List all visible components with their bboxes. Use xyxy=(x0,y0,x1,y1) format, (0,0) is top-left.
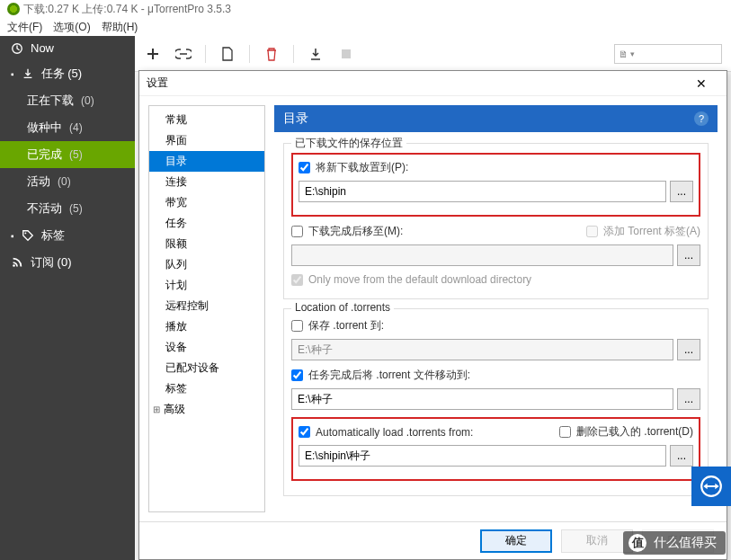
app-logo-icon xyxy=(7,3,20,15)
chk-label: 删除已载入的 .torrent(D) xyxy=(576,424,693,440)
browse-button[interactable]: ... xyxy=(670,445,693,467)
svg-point-1 xyxy=(24,233,26,235)
cat-labels[interactable]: 标签 xyxy=(149,378,264,399)
download-icon xyxy=(22,67,34,80)
sidebar-item-label: 做种中 xyxy=(27,120,62,136)
close-button[interactable]: ✕ xyxy=(683,76,719,91)
sidebar-item-label: 标签 xyxy=(41,227,65,244)
sidebar-item-label: 任务 (5) xyxy=(41,66,83,82)
svg-point-2 xyxy=(13,264,15,267)
toolbar-separator xyxy=(249,45,250,63)
add-url-button[interactable] xyxy=(174,45,192,63)
browse-button[interactable]: ... xyxy=(677,388,700,410)
document-icon: 🗎 xyxy=(619,49,628,59)
cat-devices[interactable]: 设备 xyxy=(149,337,264,358)
toolbar: 🗎▾ xyxy=(135,36,731,72)
ok-button[interactable]: 确定 xyxy=(480,529,552,553)
panel-header: 目录 ? xyxy=(274,105,718,132)
cat-queue[interactable]: 队列 xyxy=(149,254,264,275)
sidebar-tasks[interactable]: ▪ 任务 (5) xyxy=(0,60,135,87)
chk-append-label[interactable] xyxy=(586,226,598,237)
search-box[interactable]: 🗎▾ xyxy=(614,44,722,64)
sidebar-labels[interactable]: ▪ 标签 xyxy=(0,222,135,249)
rss-icon xyxy=(11,256,23,269)
svg-rect-3 xyxy=(342,49,351,58)
menu-help[interactable]: 帮助(H) xyxy=(102,20,138,35)
cat-paired[interactable]: 已配对设备 xyxy=(149,358,264,378)
chk-label: Only move from the default download dire… xyxy=(308,273,531,286)
chk-only-move-default xyxy=(291,274,303,286)
chk-label: 将新下载放置到(P): xyxy=(316,160,408,175)
settings-category-list[interactable]: 常规 界面 目录 连接 带宽 任务 限额 队列 计划 远程控制 播放 设备 已配… xyxy=(148,105,265,512)
chk-move-torrent[interactable] xyxy=(291,369,303,381)
toolbar-separator xyxy=(293,45,294,63)
sidebar-item-completed[interactable]: 已完成 (5) xyxy=(0,141,135,168)
menu-file[interactable]: 文件(F) xyxy=(7,20,42,35)
cat-remote[interactable]: 远程控制 xyxy=(149,296,264,316)
group-title: 已下载文件的保存位置 xyxy=(291,136,406,151)
sidebar-item-label: 活动 xyxy=(27,173,50,190)
path-autoload-input[interactable] xyxy=(299,445,666,467)
sidebar-item-seeding[interactable]: 做种中 (4) xyxy=(0,114,135,141)
add-torrent-button[interactable] xyxy=(144,45,162,63)
sidebar-now[interactable]: Now xyxy=(0,36,135,60)
chk-put-new-downloads[interactable] xyxy=(299,162,310,173)
path-move-completed-input xyxy=(291,244,673,266)
clock-icon xyxy=(11,42,23,55)
cat-playback[interactable]: 播放 xyxy=(149,316,264,337)
cat-advanced[interactable]: 高级 xyxy=(149,399,264,420)
chk-label: 添加 Torrent 标签(A) xyxy=(603,224,700,239)
sidebar-item-label: 不活动 xyxy=(27,200,62,217)
browse-button[interactable]: ... xyxy=(677,339,700,360)
cancel-button[interactable]: 取消 xyxy=(561,529,633,553)
path-put-new-input[interactable] xyxy=(299,181,666,202)
cat-schedule[interactable]: 计划 xyxy=(149,275,264,296)
browse-button[interactable]: ... xyxy=(670,181,693,202)
chk-label: 任务完成后将 .torrent 文件移动到: xyxy=(308,368,470,383)
help-icon[interactable]: ? xyxy=(694,111,709,126)
sidebar-feeds[interactable]: 订阅 (0) xyxy=(0,249,135,276)
window-title: 下载:0.27 K 上传:0.74 K - μTorrentPro 3.5.3 xyxy=(23,2,231,17)
settings-dialog: 设置 ✕ 常规 界面 目录 连接 带宽 任务 限额 队列 计划 远程控制 播放 … xyxy=(138,70,727,560)
sidebar-item-active[interactable]: 活动 (0) xyxy=(0,168,135,195)
chk-label: 保存 .torrent 到: xyxy=(308,318,384,333)
remove-button[interactable] xyxy=(263,45,281,63)
teamviewer-badge[interactable] xyxy=(691,467,731,506)
highlight-put-new: 将新下载放置到(P): ... xyxy=(291,153,700,217)
settings-titlebar: 设置 ✕ xyxy=(139,71,727,96)
cat-connection[interactable]: 连接 xyxy=(149,172,264,192)
sidebar-item-label: 订阅 (0) xyxy=(31,254,72,271)
cat-quota[interactable]: 限额 xyxy=(149,234,264,254)
sidebar-item-label: Now xyxy=(31,41,54,55)
cat-ui[interactable]: 界面 xyxy=(149,130,264,151)
sidebar-item-label: 已完成 xyxy=(27,147,62,163)
cat-general[interactable]: 常规 xyxy=(149,110,264,130)
window-titlebar: 下载:0.27 K 上传:0.74 K - μTorrentPro 3.5.3 xyxy=(0,0,731,18)
cat-bandwidth[interactable]: 带宽 xyxy=(149,192,264,213)
path-save-torrent-input xyxy=(291,339,673,360)
path-move-torrent-input[interactable] xyxy=(291,388,673,410)
cat-tasks[interactable]: 任务 xyxy=(149,213,264,234)
create-torrent-button[interactable] xyxy=(218,45,236,63)
highlight-autoload: Automatically load .torrents from: 删除已载入… xyxy=(291,417,700,481)
sidebar: Now ▪ 任务 (5) 正在下载 (0) 做种中 (4) 已完成 (5) 活动… xyxy=(0,36,135,560)
collapse-icon: ▪ xyxy=(11,69,14,79)
menubar: 文件(F) 选项(O) 帮助(H) xyxy=(0,18,731,36)
expand-icon: ▪ xyxy=(11,231,14,241)
sidebar-item-inactive[interactable]: 不活动 (5) xyxy=(0,195,135,222)
sidebar-item-downloading[interactable]: 正在下载 (0) xyxy=(0,87,135,114)
menu-options[interactable]: 选项(O) xyxy=(53,20,90,35)
settings-title: 设置 xyxy=(147,76,168,91)
chk-delete-loaded[interactable] xyxy=(559,426,571,438)
chk-label: 下载完成后移至(M): xyxy=(308,224,403,239)
chk-autoload-torrents[interactable] xyxy=(299,426,310,438)
browse-button[interactable]: ... xyxy=(677,244,700,266)
start-button[interactable] xyxy=(307,45,325,63)
cat-directories[interactable]: 目录 xyxy=(149,151,264,172)
teamviewer-icon xyxy=(700,475,723,498)
chk-save-torrent[interactable] xyxy=(291,320,303,332)
chk-move-completed[interactable] xyxy=(291,226,303,237)
stop-button[interactable] xyxy=(337,45,355,63)
group-download-location: 已下载文件的保存位置 将新下载放置到(P): ... 下载完 xyxy=(283,143,709,299)
panel-title: 目录 xyxy=(283,111,308,127)
